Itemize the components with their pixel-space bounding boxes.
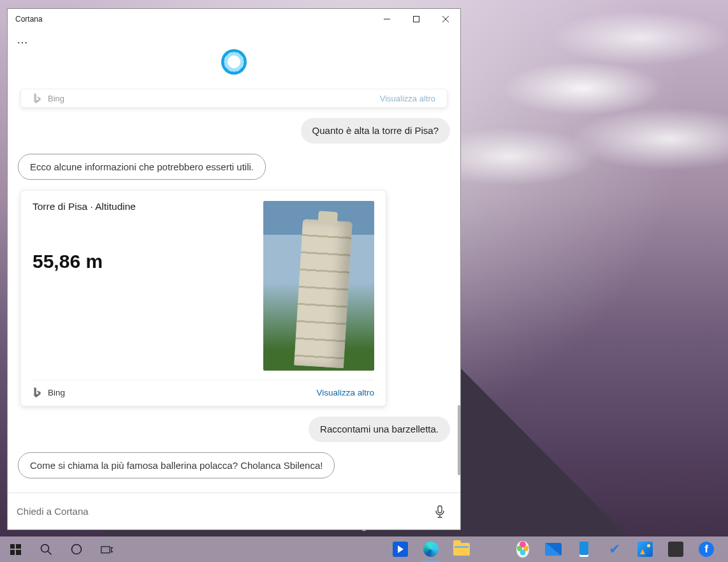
overflow-menu-button[interactable]: …: [8, 29, 460, 47]
taskbar-app-file-explorer[interactable]: [446, 536, 477, 562]
scrollbar-thumb[interactable]: [458, 405, 460, 475]
card-image: [263, 201, 374, 371]
taskbar-app-photos[interactable]: [630, 536, 660, 562]
bing-icon: [33, 387, 41, 398]
start-button[interactable]: [0, 536, 31, 562]
chat-pane[interactable]: Bing Visualizza altro Quanto è alta la t…: [8, 89, 460, 492]
search-icon: [40, 543, 52, 556]
ms-store-icon: [668, 542, 683, 557]
photos-icon: [637, 542, 653, 557]
assistant-message: Ecco alcune informazioni che potrebbero …: [18, 154, 266, 181]
windows-logo-icon: [10, 544, 21, 555]
desktop: Cortana …: [0, 0, 728, 562]
previous-view-more-link[interactable]: Visualizza altro: [380, 94, 435, 103]
phone-icon: [579, 542, 588, 557]
svg-rect-4: [101, 547, 110, 553]
taskbar-app-mail[interactable]: [538, 536, 569, 562]
user-message: Raccontami una barzelletta.: [309, 417, 450, 442]
mail-icon: [545, 543, 562, 556]
card-title: Torre di Pisa · Altitudine: [33, 201, 136, 212]
user-message: Quanto è alta la torre di Pisa?: [301, 118, 450, 144]
todo-icon: ✔: [607, 542, 622, 557]
svg-rect-1: [438, 506, 442, 513]
taskbar-app-edge[interactable]: [416, 536, 446, 562]
bing-icon: [33, 92, 41, 104]
bing-source-label: Bing: [48, 388, 65, 397]
titlebar[interactable]: Cortana: [8, 9, 460, 29]
paint-icon: [516, 541, 529, 558]
taskbar-right: ✔ f: [385, 536, 722, 562]
pisa-tower-icon: [294, 219, 353, 368]
taskbar: ✔ f: [0, 536, 728, 562]
logo-row: [8, 47, 460, 89]
taskbar-app-your-phone[interactable]: [569, 536, 599, 562]
svg-rect-0: [414, 17, 419, 22]
task-view-button[interactable]: [92, 536, 122, 562]
view-more-link[interactable]: Visualizza altro: [316, 388, 374, 397]
facebook-icon: f: [699, 542, 714, 557]
search-button[interactable]: [31, 536, 61, 562]
window-title: Cortana: [15, 15, 43, 24]
minimize-button[interactable]: [372, 9, 402, 29]
video-icon: [393, 542, 408, 557]
taskbar-app-paint[interactable]: [507, 536, 538, 562]
bing-source: Bing: [33, 387, 65, 398]
taskbar-app-facebook[interactable]: f: [691, 536, 722, 562]
cortana-logo-icon: [221, 49, 247, 75]
file-explorer-icon: [453, 543, 470, 556]
cortana-window: Cortana …: [7, 8, 461, 530]
svg-point-2: [41, 545, 49, 552]
microphone-button[interactable]: [431, 503, 449, 521]
ask-input[interactable]: [17, 506, 425, 517]
office-icon: [484, 542, 500, 557]
maximize-button[interactable]: [402, 9, 431, 29]
answer-card[interactable]: Torre di Pisa · Altitudine 55,86 m Bing …: [20, 190, 386, 406]
cortana-ring-icon: [70, 543, 83, 556]
taskbar-app-office[interactable]: [477, 536, 507, 562]
taskbar-app-todo[interactable]: ✔: [599, 536, 630, 562]
input-bar: [8, 492, 460, 529]
edge-icon: [423, 542, 439, 557]
card-value: 55,86 m: [33, 251, 136, 272]
previous-answer-card[interactable]: Bing Visualizza altro: [20, 89, 448, 108]
assistant-message: Come si chiama la più famosa ballerina p…: [18, 452, 335, 479]
close-button[interactable]: [431, 9, 460, 29]
taskbar-app-ms-store[interactable]: [660, 536, 691, 562]
cortana-button[interactable]: [61, 536, 92, 562]
taskbar-left: [0, 536, 122, 562]
window-controls: [372, 9, 460, 29]
task-view-icon: [101, 543, 113, 556]
svg-point-3: [72, 545, 82, 554]
microphone-icon: [435, 505, 445, 518]
taskbar-app-video[interactable]: [385, 536, 416, 562]
bing-source-label: Bing: [33, 92, 64, 104]
